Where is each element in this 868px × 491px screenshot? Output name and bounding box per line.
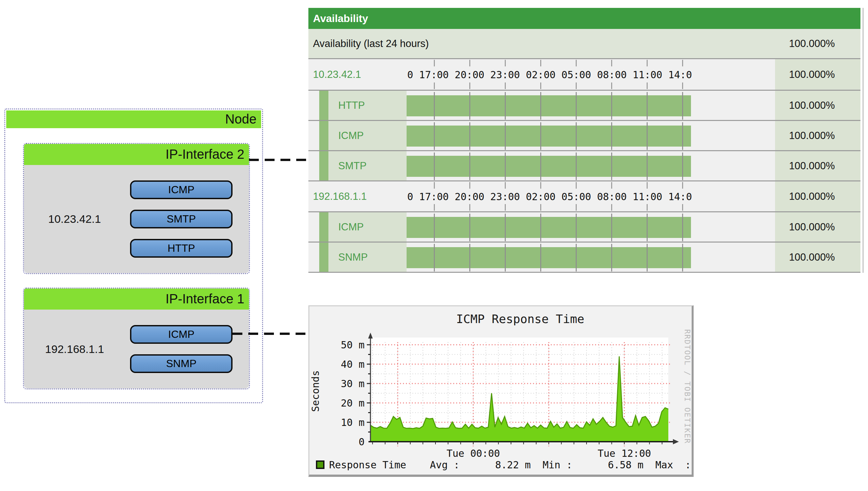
green-stripe (319, 151, 329, 180)
svg-text:Tue 12:00: Tue 12:00 (598, 447, 651, 459)
icmp-response-time-chart: 010 m20 m30 m40 m50 mTue 00:00Tue 12:00 … (308, 305, 693, 477)
tick-marks (407, 204, 702, 211)
service-row: ICMP 100.000% (308, 211, 861, 241)
svg-text:20 m: 20 m (341, 397, 365, 409)
ip-interface-2-title-bar: IP-Interface 2 (24, 144, 249, 165)
svg-text:0: 0 (359, 436, 365, 447)
tick-marks (407, 244, 702, 271)
service-button-column: ICMP SNMP (125, 310, 249, 388)
availability-table: Availability Availability (last 24 hours… (308, 8, 861, 273)
availability-value: 100.000% (775, 181, 861, 211)
tick-marks (407, 213, 702, 241)
chart-legend: Response Time Avg : 8.22 m Min : 6.58 m … (316, 459, 692, 471)
ip-interface-2-body: 10.23.42.1 ICMP SMTP HTTP (24, 165, 249, 273)
icmp-service-button[interactable]: ICMP (130, 180, 232, 199)
availability-value: 100.000% (775, 212, 861, 241)
tick-marks (407, 152, 702, 180)
y-axis-label: Seconds (310, 365, 319, 417)
ip-address-label: 10.23.42.1 (24, 165, 125, 273)
snmp-service-button[interactable]: SNMP (130, 354, 232, 373)
page-canvas: Node IP-Interface 2 10.23.42.1 ICMP SMTP… (0, 0, 868, 491)
ip-interface-1-body: 192.168.1.1 ICMP SNMP (24, 310, 249, 388)
availability-timeline (407, 212, 775, 241)
table-header: Availability (308, 8, 861, 29)
ip-interface-2-box: IP-Interface 2 10.23.42.1 ICMP SMTP HTTP (23, 143, 250, 274)
http-service-button[interactable]: HTTP (130, 239, 232, 258)
svg-text:10 m: 10 m (341, 417, 365, 428)
interface-row: 10.23.42.1 0 17:00 20:00 23:00 02:00 05:… (308, 58, 861, 90)
green-stripe (319, 91, 329, 120)
tick-marks (407, 60, 702, 66)
time-axis-header: 0 17:00 20:00 23:00 02:00 05:00 08:00 11… (407, 59, 775, 90)
table-right-border (862, 8, 864, 273)
green-stripe (319, 212, 329, 241)
svg-text:50 m: 50 m (341, 339, 365, 351)
ip-interface-1-box: IP-Interface 1 192.168.1.1 ICMP SNMP (23, 288, 250, 389)
service-row: SNMP 100.000% (308, 241, 861, 272)
ip-link-10-23-42-1[interactable]: 10.23.42.1 (313, 69, 361, 81)
node-title-bar: Node (6, 110, 261, 128)
service-link-icmp[interactable]: ICMP (338, 130, 364, 142)
tick-marks (407, 122, 702, 150)
service-link-http[interactable]: HTTP (338, 99, 365, 111)
service-row: SMTP 100.000% (308, 150, 861, 180)
summary-label: Availability (last 24 hours) (308, 38, 775, 50)
tick-marks (407, 83, 702, 89)
availability-value: 100.000% (775, 151, 861, 180)
availability-value: 100.000% (775, 121, 861, 150)
legend-stats-text: Response Time Avg : 8.22 m Min : 6.58 m … (329, 459, 691, 471)
rrdtool-watermark: RRDTOOL / TOBI OETIKER (683, 329, 692, 461)
time-axis-labels: 0 17:00 20:00 23:00 02:00 05:00 08:00 11… (407, 191, 692, 202)
tick-marks (407, 92, 702, 120)
availability-timeline (407, 151, 775, 180)
green-stripe (319, 242, 329, 272)
chart-title: ICMP Response Time (359, 312, 682, 326)
svg-text:40 m: 40 m (341, 358, 365, 370)
table-title: Availability (313, 12, 368, 25)
svg-text:Tue 00:00: Tue 00:00 (447, 447, 500, 459)
ip-interface-1-title-bar: IP-Interface 1 (24, 289, 249, 310)
availability-timeline (407, 121, 775, 150)
service-row: ICMP 100.000% (308, 120, 861, 150)
availability-timeline (407, 91, 775, 120)
svg-text:30 m: 30 m (341, 378, 365, 389)
icmp-service-button[interactable]: ICMP (130, 325, 232, 344)
service-link-icmp[interactable]: ICMP (338, 221, 364, 233)
node-box: Node IP-Interface 2 10.23.42.1 ICMP SMTP… (4, 109, 263, 403)
green-stripe (319, 121, 329, 150)
dashed-connector-icmp-to-chart (232, 333, 308, 335)
tick-marks (407, 182, 702, 189)
service-row: HTTP 100.000% (308, 90, 861, 120)
summary-row: Availability (last 24 hours) 100.000% (308, 29, 861, 58)
availability-timeline (407, 242, 775, 272)
smtp-service-button[interactable]: SMTP (130, 210, 232, 228)
summary-availability-value: 100.000% (775, 29, 861, 58)
availability-value: 100.000% (775, 242, 861, 272)
availability-value: 100.000% (775, 59, 861, 90)
service-link-snmp[interactable]: SNMP (338, 252, 368, 263)
interface-row: 192.168.1.1 0 17:00 20:00 23:00 02:00 05… (308, 180, 861, 211)
legend-color-swatch (316, 460, 324, 469)
service-button-column: ICMP SMTP HTTP (125, 165, 249, 273)
service-link-smtp[interactable]: SMTP (338, 160, 367, 172)
dashed-connector-interface2-to-table (249, 159, 308, 161)
ip-link-192-168-1-1[interactable]: 192.168.1.1 (313, 191, 367, 202)
chart-plot-area: 010 m20 m30 m40 m50 mTue 00:00Tue 12:00 (309, 306, 692, 474)
availability-value: 100.000% (775, 91, 861, 120)
time-axis-header: 0 17:00 20:00 23:00 02:00 05:00 08:00 11… (407, 181, 775, 211)
time-axis-labels: 0 17:00 20:00 23:00 02:00 05:00 08:00 11… (407, 69, 692, 80)
ip-address-label: 192.168.1.1 (24, 310, 125, 388)
